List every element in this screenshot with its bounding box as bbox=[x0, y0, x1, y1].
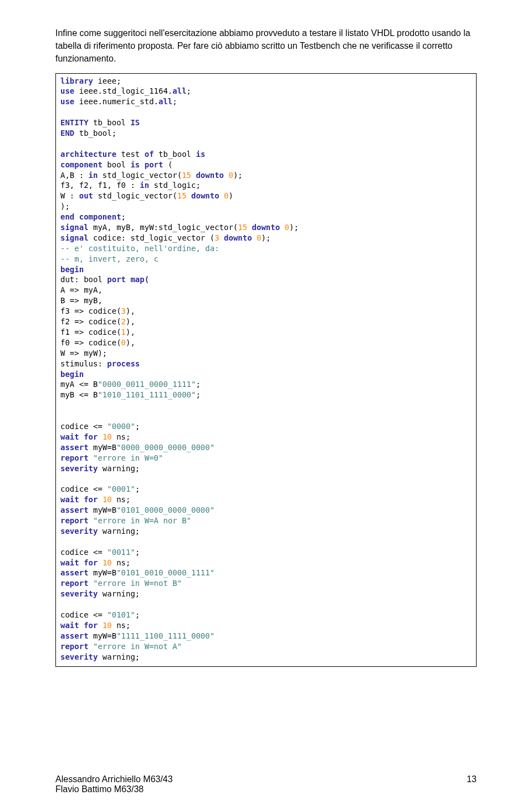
t: myA <= B bbox=[60, 380, 98, 389]
t: ieee; bbox=[93, 76, 121, 85]
num: 0 bbox=[228, 171, 233, 180]
str: "0101_0000_0000_0000" bbox=[116, 506, 214, 514]
t: tb_bool bbox=[154, 150, 196, 159]
t: ), bbox=[126, 307, 135, 315]
str: "0101" bbox=[107, 610, 135, 619]
t: f2 => codice( bbox=[60, 317, 121, 326]
t: ns; bbox=[112, 558, 131, 567]
t: test bbox=[116, 150, 145, 159]
t: myW=B bbox=[89, 631, 117, 640]
kw-process: process bbox=[107, 359, 140, 368]
t: warning; bbox=[98, 464, 140, 473]
t: bool bbox=[103, 160, 131, 169]
t: codice <= bbox=[60, 422, 107, 431]
t: ), bbox=[126, 328, 135, 336]
t: std_logic; bbox=[149, 181, 201, 190]
page-number: 13 bbox=[467, 774, 477, 784]
t: ); bbox=[233, 171, 243, 180]
str: "0000_0000_0000_0000" bbox=[116, 443, 214, 452]
t: ; bbox=[135, 484, 140, 493]
num: 15 bbox=[182, 171, 191, 180]
page-footer: Alessandro Arrichiello M63/43 Flavio Bat… bbox=[55, 774, 477, 794]
kw-component: component bbox=[74, 212, 121, 221]
kw-out: out bbox=[79, 191, 93, 200]
t: ; bbox=[121, 212, 126, 221]
num: 3 bbox=[121, 307, 126, 315]
kw-portmap: port map( bbox=[107, 275, 149, 284]
t: ; bbox=[135, 548, 140, 557]
num: 10 bbox=[103, 621, 112, 630]
kw-end: END bbox=[60, 129, 74, 137]
kw-severity: severity bbox=[60, 652, 98, 661]
kw-entity: ENTITY bbox=[60, 118, 89, 127]
t: W : bbox=[60, 191, 79, 200]
kw-arch: architecture bbox=[60, 150, 116, 159]
kw-report: report bbox=[60, 453, 93, 462]
kw-is: is bbox=[130, 160, 140, 169]
str: "1010_1101_1111_0000" bbox=[98, 390, 196, 399]
kw-use: use bbox=[60, 97, 74, 106]
t: codice <= bbox=[60, 548, 107, 557]
t: myW=B bbox=[89, 443, 117, 452]
t: B => myB, bbox=[60, 296, 103, 305]
t: ; bbox=[135, 610, 140, 619]
t: myA, myB, myW:std_logic_vector( bbox=[89, 223, 238, 232]
t: codice <= bbox=[60, 610, 107, 619]
t: ; bbox=[135, 422, 140, 431]
t: codice: std_logic_vector ( bbox=[89, 233, 215, 242]
str: "errore in W=0" bbox=[93, 453, 163, 462]
kw-severity: severity bbox=[60, 527, 98, 535]
num: 15 bbox=[238, 223, 247, 232]
kw-for: for bbox=[79, 558, 103, 567]
t: myW=B bbox=[89, 506, 117, 514]
kw-downto: downto bbox=[191, 171, 228, 180]
kw-downto: downto bbox=[187, 191, 224, 200]
t: ); bbox=[289, 223, 299, 232]
comment: -- e' costituito, nell'ordine, da: bbox=[60, 244, 219, 253]
num: 10 bbox=[103, 558, 112, 567]
kw-is: is bbox=[196, 150, 205, 159]
t: ) bbox=[228, 191, 233, 200]
str: "0101_0010_0000_1111" bbox=[116, 568, 214, 577]
intro-paragraph: Infine come suggeritoci nell'esercitazio… bbox=[55, 27, 477, 65]
t: tb_bool bbox=[89, 118, 131, 127]
kw-begin: begin bbox=[60, 265, 84, 274]
t: ); bbox=[261, 233, 270, 242]
kw-use: use bbox=[60, 86, 74, 95]
str: "0000" bbox=[107, 422, 135, 431]
str: "errore in W=A nor B" bbox=[93, 516, 191, 525]
kw-for: for bbox=[79, 432, 103, 441]
author-1: Alessandro Arrichiello M63/43 bbox=[55, 774, 173, 784]
kw-wait: wait bbox=[60, 432, 79, 441]
str: "errore in W=not A" bbox=[93, 642, 182, 651]
kw-assert: assert bbox=[60, 568, 89, 577]
kw-of: of bbox=[145, 150, 154, 159]
kw-severity: severity bbox=[60, 589, 98, 598]
str: "1111_1100_1111_0000" bbox=[116, 631, 214, 640]
t: myW=B bbox=[89, 568, 117, 577]
t: ); bbox=[60, 202, 70, 211]
kw-report: report bbox=[60, 579, 93, 588]
kw-signal: signal bbox=[60, 233, 89, 242]
code-listing: library ieee; use ieee.std_logic_1164.al… bbox=[55, 73, 477, 667]
t: f1 => codice( bbox=[60, 328, 121, 336]
kw-port: port bbox=[140, 160, 163, 169]
str: "errore in W=not B" bbox=[93, 579, 182, 588]
t: warning; bbox=[98, 527, 140, 535]
t: W => myW); bbox=[60, 349, 107, 358]
author-2: Flavio Battimo M63/38 bbox=[55, 784, 173, 794]
t: ), bbox=[126, 317, 135, 326]
kw-begin: begin bbox=[60, 370, 84, 379]
num: 15 bbox=[177, 191, 187, 200]
kw-wait: wait bbox=[60, 558, 79, 567]
t: stimulus: bbox=[60, 359, 107, 368]
kw-signal: signal bbox=[60, 223, 89, 232]
t: A,B : bbox=[60, 171, 89, 180]
kw-wait: wait bbox=[60, 621, 79, 630]
kw-library: library bbox=[60, 76, 93, 85]
kw-downto: downto bbox=[219, 233, 257, 242]
t: A => myA, bbox=[60, 285, 103, 294]
kw-end: end bbox=[60, 212, 74, 221]
t: ; bbox=[196, 390, 200, 399]
num: 10 bbox=[103, 432, 112, 441]
